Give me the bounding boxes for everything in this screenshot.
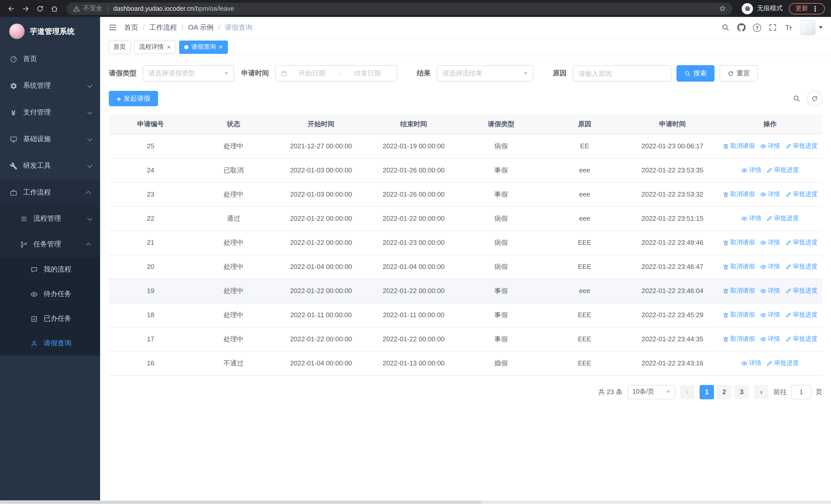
sidebar-item-process-mgmt[interactable]: 流程管理	[0, 206, 100, 232]
omnibox-divider	[108, 5, 108, 12]
apply-time-cell: 2022-01-22 23:49:46	[627, 231, 718, 255]
browser-menu-icon[interactable]: ⋮	[808, 4, 822, 12]
sidebar-item-my-process[interactable]: 我的流程	[0, 257, 100, 282]
warning-icon	[73, 5, 80, 12]
tab-home[interactable]: 首页	[108, 40, 131, 54]
edit-icon	[785, 264, 792, 270]
approval-progress-link[interactable]: 审批进度	[767, 214, 799, 223]
address-bar[interactable]: 不安全 dashboard.yudao.iocoder.cn/bpm/oa/le…	[67, 2, 733, 14]
app-title: 芋道管理系统	[30, 26, 75, 36]
cancel-leave-link[interactable]: 取消请假	[723, 335, 755, 343]
ops-cell: 取消请假详情审批进度	[718, 279, 822, 303]
ops-cell: 详情审批进度	[718, 158, 822, 182]
fullscreen-icon[interactable]	[768, 23, 777, 32]
browser-reload-icon[interactable]	[33, 1, 47, 16]
cancel-leave-link[interactable]: 取消请假	[723, 310, 755, 319]
prev-page-button[interactable]: ‹	[680, 385, 694, 399]
edit-icon	[767, 167, 773, 173]
sidebar-item-infrastructure[interactable]: 基础设施	[0, 126, 100, 152]
refresh-table-icon[interactable]	[807, 91, 822, 106]
browser-forward-icon[interactable]	[19, 1, 33, 16]
sidebar-fold-icon[interactable]	[108, 23, 117, 32]
app-logo[interactable]: 芋道管理系统	[0, 17, 100, 46]
approval-progress-link[interactable]: 审批进度	[785, 335, 818, 343]
sidebar-item-workflow[interactable]: 工作流程	[0, 179, 100, 206]
help-icon[interactable]: ?	[753, 23, 761, 32]
tab-process-detail[interactable]: 流程详情 ×	[134, 40, 176, 54]
search-button[interactable]: 搜索	[677, 65, 715, 82]
approval-progress-link[interactable]: 审批进度	[785, 310, 818, 319]
column-header: 申请时间	[627, 114, 718, 134]
page-size-select[interactable]: 10条/页	[628, 385, 675, 399]
sidebar-item-todo-tasks[interactable]: 待办任务	[0, 282, 100, 306]
sidebar-item-payment[interactable]: ¥ 支付管理	[0, 99, 100, 126]
sidebar-item-task-mgmt[interactable]: 任务管理	[0, 232, 100, 257]
github-icon[interactable]	[737, 23, 746, 32]
detail-link[interactable]: 详情	[760, 287, 780, 295]
detail-link[interactable]: 详情	[760, 190, 780, 199]
search-icon[interactable]	[721, 23, 730, 32]
end-time-cell: 2022-01-26 00:00:00	[367, 158, 460, 182]
page-button-1[interactable]: 1	[699, 385, 714, 399]
detail-link[interactable]: 详情	[760, 262, 780, 271]
cancel-leave-link[interactable]: 取消请假	[723, 142, 755, 150]
approval-progress-link[interactable]: 审批进度	[785, 142, 818, 150]
page-button-3[interactable]: 3	[735, 385, 749, 399]
result-select[interactable]: 请选择流结果	[437, 65, 533, 82]
sidebar-item-system[interactable]: 系统管理	[0, 72, 100, 99]
close-icon[interactable]: ×	[167, 43, 171, 50]
eye-icon	[760, 312, 766, 318]
approval-progress-link[interactable]: 审批进度	[785, 262, 818, 271]
trash-icon	[723, 264, 729, 270]
edit-icon	[785, 191, 792, 197]
refresh-icon	[727, 70, 734, 77]
site-security-chip[interactable]: 不安全	[73, 4, 103, 13]
approval-progress-link[interactable]: 审批进度	[785, 190, 818, 199]
cancel-leave-link[interactable]: 取消请假	[723, 190, 755, 199]
horizontal-scrollbar[interactable]	[0, 500, 831, 504]
leave-type-select[interactable]: 请选择请假类型	[143, 65, 234, 82]
approval-progress-link[interactable]: 审批进度	[767, 166, 799, 175]
bookmark-star-icon[interactable]	[719, 5, 726, 12]
detail-link[interactable]: 详情	[760, 142, 780, 150]
cancel-leave-link[interactable]: 取消请假	[723, 287, 755, 295]
font-size-icon[interactable]	[784, 23, 793, 32]
application-no-cell: 24	[109, 158, 192, 182]
browser-back-icon[interactable]	[4, 1, 19, 16]
user-menu[interactable]	[800, 20, 823, 35]
cancel-leave-link[interactable]: 取消请假	[723, 238, 755, 247]
approval-progress-link[interactable]: 审批进度	[785, 287, 818, 295]
sidebar-item-leave-query[interactable]: 请假查询	[0, 331, 100, 356]
reason-input[interactable]	[573, 65, 671, 82]
status-cell: 通过	[192, 206, 275, 231]
ops-cell: 取消请假详情审批进度	[718, 231, 822, 255]
detail-link[interactable]: 详情	[741, 359, 762, 367]
detail-link[interactable]: 详情	[741, 166, 762, 175]
page-button-2[interactable]: 2	[717, 385, 732, 399]
create-leave-button[interactable]: + 发起请假	[109, 91, 158, 106]
approval-progress-link[interactable]: 审批进度	[767, 359, 799, 367]
detail-link[interactable]: 详情	[760, 238, 780, 247]
detail-link[interactable]: 详情	[760, 310, 780, 319]
sidebar-item-devtools[interactable]: 研发工具	[0, 152, 100, 179]
apply-time-range-picker[interactable]: 开始日期 - 结束日期	[275, 65, 397, 82]
browser-home-icon[interactable]	[47, 1, 62, 16]
column-header: 结束时间	[367, 114, 460, 134]
sidebar-item-done-tasks[interactable]: 已办任务	[0, 306, 100, 331]
browser-update-button[interactable]: 更新 ⋮	[789, 3, 825, 14]
reset-button[interactable]: 重置	[720, 65, 757, 82]
sidebar-item-home[interactable]: 首页	[0, 46, 100, 72]
goto-page-input[interactable]	[791, 385, 811, 399]
detail-link[interactable]: 详情	[760, 335, 780, 343]
leave-query-page: 请假类型 请选择请假类型 申请时间 开始日期 - 结束日期 结果 请选择流结果	[100, 56, 831, 504]
next-page-button[interactable]: ›	[754, 385, 768, 399]
end-time-cell: 2022-01-22 00:00:00	[367, 279, 460, 303]
tab-leave-query[interactable]: 请假查询 ×	[179, 40, 228, 54]
breadcrumb-home[interactable]: 首页	[124, 23, 138, 32]
scrollbar-thumb[interactable]	[0, 501, 482, 503]
close-icon[interactable]: ×	[219, 43, 223, 50]
approval-progress-link[interactable]: 审批进度	[785, 238, 818, 247]
detail-link[interactable]: 详情	[741, 214, 762, 223]
toggle-search-icon[interactable]	[793, 94, 801, 102]
cancel-leave-link[interactable]: 取消请假	[723, 262, 755, 271]
